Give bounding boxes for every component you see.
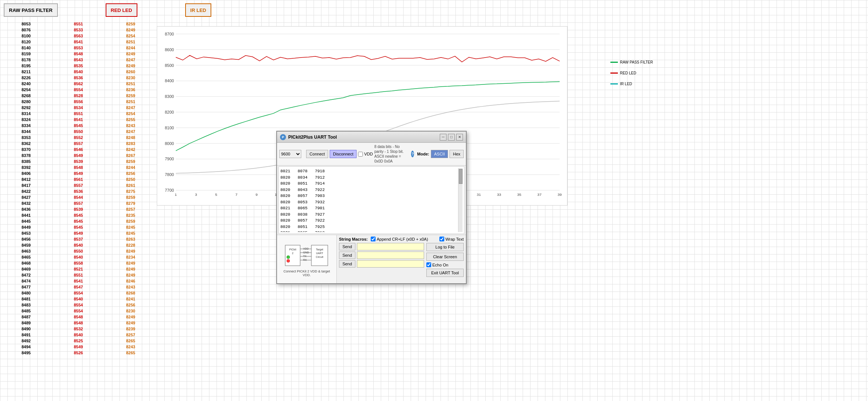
scrollbar-thumb[interactable]: [459, 169, 463, 184]
uart-title: PICkit2Plus UART Tool: [288, 135, 337, 140]
data-cell: 8249: [106, 272, 155, 278]
maximize-button[interactable]: □: [448, 134, 455, 141]
wrap-text-input[interactable]: [439, 237, 444, 241]
data-cell: 8540: [54, 242, 103, 248]
data-cell: 8432: [1, 200, 51, 206]
send-btn-2[interactable]: Send: [339, 252, 355, 259]
uart-scrollbar[interactable]: [458, 168, 463, 232]
data-cell: 8251: [106, 99, 155, 105]
data-cell: 8550: [54, 248, 103, 254]
data-cell: 8178: [1, 57, 51, 63]
data-cell: 8541: [54, 117, 103, 123]
diagram-caption: Connect PICKit 2 VDD & target VDD.: [279, 269, 334, 277]
input-row-1: Send: [339, 243, 424, 250]
data-cell: 8254: [1, 87, 51, 93]
data-cell: 8076: [1, 27, 51, 33]
data-cell: 8259: [106, 93, 155, 99]
data-cell: 8249: [106, 266, 155, 272]
data-cell: 8378: [1, 152, 51, 158]
ascii-mode-button[interactable]: ASCII: [431, 150, 448, 158]
echo-on-check[interactable]: Echo On: [426, 262, 464, 267]
data-cell: 8477: [1, 284, 51, 290]
data-cell: 8541: [54, 39, 103, 45]
send-btn-1[interactable]: Send: [339, 243, 355, 250]
data-cell: 8459: [1, 242, 51, 248]
data-cell: 8247: [106, 129, 155, 135]
data-cell: 8226: [1, 75, 51, 81]
append-crlf-check[interactable]: Append CR+LF (x0D + x0A): [371, 237, 428, 241]
connect-button[interactable]: Connect: [306, 150, 328, 158]
data-cell: 8468: [1, 260, 51, 266]
svg-text:7800: 7800: [165, 172, 174, 177]
data-cell: 8533: [54, 27, 103, 33]
data-cell: 8230: [106, 308, 155, 314]
data-cell: 8244: [106, 164, 155, 170]
data-cell: 8246: [106, 278, 155, 284]
data-cell: 8249: [106, 260, 155, 266]
data-cell: 8492: [1, 338, 51, 344]
vdd-checkbox[interactable]: VDD: [358, 152, 373, 157]
uart-titlebar: P PICkit2Plus UART Tool ─ □ ✕: [277, 132, 466, 143]
data-cell: 8241: [106, 296, 155, 302]
append-crlf-input[interactable]: [371, 237, 376, 241]
data-cell: 8534: [54, 105, 103, 111]
data-cell: 8494: [1, 344, 51, 350]
red-led-label: RED LED: [106, 3, 137, 17]
legend-red: RED LED: [610, 71, 653, 75]
data-cell: 8392: [1, 164, 51, 170]
header-row: RAW PASS FILTER RED LED IR LED: [0, 0, 868, 20]
data-cell: 8537: [54, 236, 103, 242]
svg-text:7700: 7700: [165, 188, 174, 192]
exit-uart-button[interactable]: Exit UART Tool: [426, 269, 464, 277]
data-cell: 8554: [54, 302, 103, 308]
data-cell: 8235: [106, 212, 155, 218]
data-cell: 8557: [54, 200, 103, 206]
svg-text:31: 31: [477, 192, 481, 197]
data-cell: 8417: [1, 182, 51, 188]
data-cell: 8536: [54, 188, 103, 194]
data-cell: 8324: [1, 117, 51, 123]
macro-input-1[interactable]: [357, 243, 424, 250]
data-cell: 8549: [54, 230, 103, 236]
data-cell: 8535: [54, 63, 103, 69]
data-cell: 8236: [106, 87, 155, 93]
svg-text:37: 37: [537, 192, 542, 197]
wrap-text-check[interactable]: Wrap Text: [439, 237, 464, 241]
uart-title-left: P PICkit2Plus UART Tool: [280, 134, 337, 140]
help-icon[interactable]: ?: [411, 151, 414, 157]
close-button[interactable]: ✕: [456, 134, 463, 141]
data-cell: 8539: [54, 206, 103, 212]
log-to-file-button[interactable]: Log to File: [426, 243, 464, 251]
data-cell: 8540: [54, 332, 103, 338]
data-cell: 8261: [106, 182, 155, 188]
data-cell: 8489: [1, 320, 51, 326]
svg-text:1: 1: [175, 192, 177, 197]
hex-mode-button[interactable]: Hex: [449, 150, 464, 158]
data-cell: 8556: [54, 99, 103, 105]
col3: 8259824982548251824482498247824982608230…: [105, 20, 157, 401]
data-cell: 8545: [54, 218, 103, 224]
uart-bottom: PICkit 2 Target UART Circuit VDD GND TX …: [277, 235, 466, 283]
macro-input-3[interactable]: [357, 260, 424, 268]
disconnect-button[interactable]: Disconnect: [330, 150, 357, 158]
data-cell: 8245: [106, 224, 155, 230]
data-columns: 8053807681008120814081598178819582118226…: [0, 20, 157, 401]
data-cell: 8548: [54, 320, 103, 326]
data-cell: 8427: [1, 194, 51, 200]
chart-legend: RAW PASS FILTER RED LED IR LED: [610, 60, 653, 93]
echo-on-input[interactable]: [426, 262, 431, 267]
data-cell: 8551: [54, 21, 103, 27]
data-cell: 8250: [106, 176, 155, 182]
baud-rate-select[interactable]: 9600 19200 38400 57600 115200: [279, 150, 301, 158]
data-cell: 8551: [54, 111, 103, 117]
data-cell: 8540: [54, 69, 103, 75]
macro-input-2[interactable]: [357, 252, 424, 259]
svg-text:33: 33: [497, 192, 501, 197]
vdd-check-input[interactable]: [358, 152, 363, 157]
minimize-button[interactable]: ─: [440, 134, 447, 141]
clear-screen-button[interactable]: Clear Screen: [426, 253, 464, 261]
uart-window-controls[interactable]: ─ □ ✕: [440, 134, 463, 141]
send-btn-3[interactable]: Send: [339, 260, 355, 268]
svg-text:8300: 8300: [165, 94, 174, 99]
data-cell: 8481: [1, 296, 51, 302]
